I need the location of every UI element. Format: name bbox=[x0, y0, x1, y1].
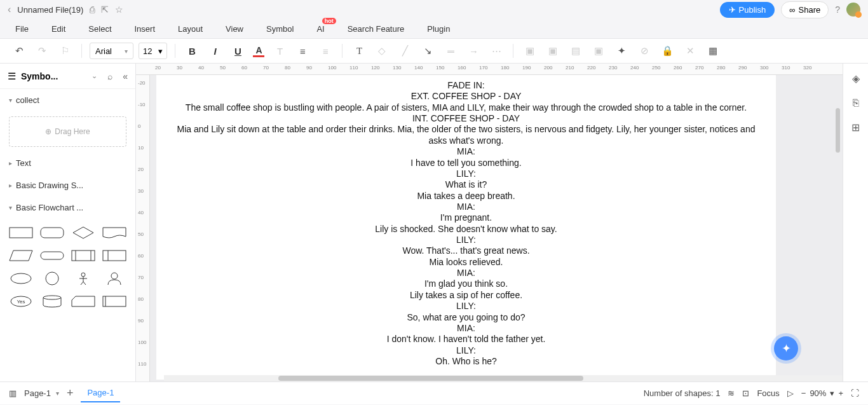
menu-view[interactable]: View bbox=[226, 24, 243, 34]
doc-line: MIA: bbox=[175, 146, 757, 157]
redo-button[interactable]: ↷ bbox=[33, 42, 51, 60]
focus-icon[interactable]: ⊡ bbox=[742, 388, 749, 398]
font-select[interactable]: Arial▾ bbox=[90, 43, 133, 59]
grid-panel-icon[interactable]: ⊞ bbox=[851, 121, 860, 134]
sidebar-section-basic-flowchart[interactable]: ▾Basic Flowchart ... bbox=[0, 196, 135, 219]
lock-button[interactable]: 🔒 bbox=[658, 42, 676, 60]
fill-button[interactable]: ◇ bbox=[373, 42, 391, 60]
hot-badge: hot bbox=[322, 18, 336, 24]
flip-button[interactable]: ▣ bbox=[590, 42, 607, 60]
menu-insert[interactable]: Insert bbox=[135, 24, 156, 34]
bold-button[interactable]: B bbox=[183, 42, 201, 60]
lock-off-button[interactable]: ⊘ bbox=[635, 42, 653, 60]
shape-card[interactable] bbox=[71, 292, 97, 310]
zoom-out-button[interactable]: − bbox=[801, 388, 806, 398]
font-color-button[interactable]: A bbox=[252, 45, 266, 57]
play-icon[interactable]: ▷ bbox=[787, 388, 794, 398]
line-color-button[interactable]: ╱ bbox=[396, 42, 414, 60]
align-left-button[interactable]: ≡ bbox=[294, 42, 311, 60]
line-style-button[interactable]: ⋯ bbox=[487, 42, 505, 60]
document-page[interactable]: FADE IN: EXT. COFFEE SHOP - DAY The smal… bbox=[156, 75, 776, 380]
text-size-button[interactable]: T bbox=[271, 42, 288, 60]
page-select[interactable]: Page-1▾ bbox=[24, 388, 59, 398]
text-tool-button[interactable]: T bbox=[350, 42, 368, 60]
distribute-button[interactable]: ▤ bbox=[567, 42, 585, 60]
doc-line: INT. COFFEE SHOP - DAY bbox=[175, 113, 757, 124]
canvas[interactable]: FADE IN: EXT. COFFEE SHOP - DAY The smal… bbox=[150, 75, 843, 381]
align-button[interactable]: ▣ bbox=[521, 42, 539, 60]
menu-symbol[interactable]: Symbol bbox=[266, 24, 294, 34]
share-button[interactable]: ∞Share bbox=[781, 1, 829, 18]
menu-select[interactable]: Select bbox=[88, 24, 111, 34]
menu-file[interactable]: File bbox=[15, 24, 29, 34]
drag-target[interactable]: ⊕Drag Here bbox=[9, 116, 126, 147]
shape-rect[interactable] bbox=[8, 224, 34, 242]
menu-plugin[interactable]: Plugin bbox=[427, 24, 450, 34]
shape-internal[interactable] bbox=[102, 247, 128, 264]
shape-round-rect[interactable] bbox=[39, 224, 65, 242]
ai-assistant-button[interactable]: ✦ bbox=[774, 336, 798, 360]
shape-user[interactable] bbox=[102, 270, 128, 287]
save-icon[interactable]: ⎙ bbox=[90, 4, 95, 15]
menu-ai[interactable]: AIhot bbox=[316, 24, 324, 34]
publish-button[interactable]: ✈Publish bbox=[720, 2, 775, 18]
shape-subprocess[interactable] bbox=[102, 292, 128, 310]
library-icon[interactable]: ☰ bbox=[8, 71, 16, 82]
italic-button[interactable]: I bbox=[206, 42, 224, 60]
shape-person[interactable] bbox=[71, 270, 97, 287]
chevron-down-icon: ▾ bbox=[125, 48, 128, 55]
zoom-in-button[interactable]: + bbox=[838, 388, 843, 398]
sidebar-section-basic-drawing[interactable]: ▸Basic Drawing S... bbox=[0, 174, 135, 196]
format-painter-button[interactable]: ⚐ bbox=[56, 42, 74, 60]
menu-edit[interactable]: Edit bbox=[51, 24, 65, 34]
focus-label[interactable]: Focus bbox=[757, 388, 779, 398]
shape-parallelogram[interactable] bbox=[8, 247, 34, 264]
svg-point-10 bbox=[11, 273, 31, 284]
fullscreen-icon[interactable]: ⛶ bbox=[851, 388, 859, 398]
connector-button[interactable]: ↘ bbox=[419, 42, 437, 60]
sidebar-section-text[interactable]: ▸Text bbox=[0, 152, 135, 174]
star-icon[interactable]: ☆ bbox=[115, 4, 123, 15]
effects-button[interactable]: ✦ bbox=[613, 42, 630, 60]
export-icon[interactable]: ⇱ bbox=[101, 4, 109, 15]
shape-predefined[interactable] bbox=[71, 247, 97, 264]
layers-icon[interactable]: ≋ bbox=[728, 388, 735, 398]
file-name: Unnamed File(19) bbox=[17, 5, 83, 15]
page-tab[interactable]: Page-1 bbox=[81, 384, 120, 402]
underline-button[interactable]: U bbox=[229, 42, 247, 60]
group-button[interactable]: ▣ bbox=[544, 42, 562, 60]
line-weight-button[interactable]: ═ bbox=[442, 42, 459, 60]
view-mode-icon[interactable]: ▥ bbox=[9, 388, 17, 398]
zoom-level[interactable]: 90% bbox=[810, 388, 826, 398]
shape-capsule[interactable] bbox=[39, 247, 65, 264]
menu-layout[interactable]: Layout bbox=[178, 24, 203, 34]
export-panel-icon[interactable]: ⎘ bbox=[853, 97, 859, 109]
undo-button[interactable]: ↶ bbox=[10, 42, 28, 60]
help-icon[interactable]: ? bbox=[835, 4, 840, 15]
shape-diamond[interactable] bbox=[71, 224, 97, 242]
back-icon[interactable]: ‹ bbox=[8, 4, 11, 15]
shape-ellipse[interactable] bbox=[8, 270, 34, 287]
align-center-button[interactable]: ≡ bbox=[316, 42, 334, 60]
style-panel-icon[interactable]: ◈ bbox=[852, 72, 860, 85]
svg-rect-0 bbox=[10, 228, 32, 238]
add-page-button[interactable]: + bbox=[67, 387, 74, 400]
tools-button[interactable]: ✕ bbox=[681, 42, 699, 60]
chevron-down-icon[interactable]: ⌄ bbox=[92, 72, 97, 80]
shape-palette: Yes bbox=[0, 219, 135, 315]
doc-line: LILY: bbox=[175, 168, 757, 179]
arrow-style-button[interactable]: → bbox=[465, 42, 482, 60]
horizontal-scrollbar[interactable] bbox=[164, 375, 843, 381]
layout-button[interactable]: ▦ bbox=[704, 42, 722, 60]
sidebar-section-collect[interactable]: ▾collect bbox=[0, 89, 135, 111]
font-size-select[interactable]: 12▾ bbox=[139, 43, 167, 59]
menu-search[interactable]: Search Feature bbox=[348, 24, 405, 34]
vertical-scrollbar[interactable] bbox=[836, 108, 840, 153]
shape-cylinder[interactable] bbox=[39, 292, 65, 310]
shape-yes[interactable]: Yes bbox=[8, 292, 34, 310]
shape-circle[interactable] bbox=[39, 270, 65, 287]
shape-document[interactable] bbox=[102, 224, 128, 242]
search-icon[interactable]: ⌕ bbox=[107, 71, 112, 81]
avatar[interactable] bbox=[846, 3, 860, 17]
collapse-icon[interactable]: « bbox=[123, 71, 128, 81]
